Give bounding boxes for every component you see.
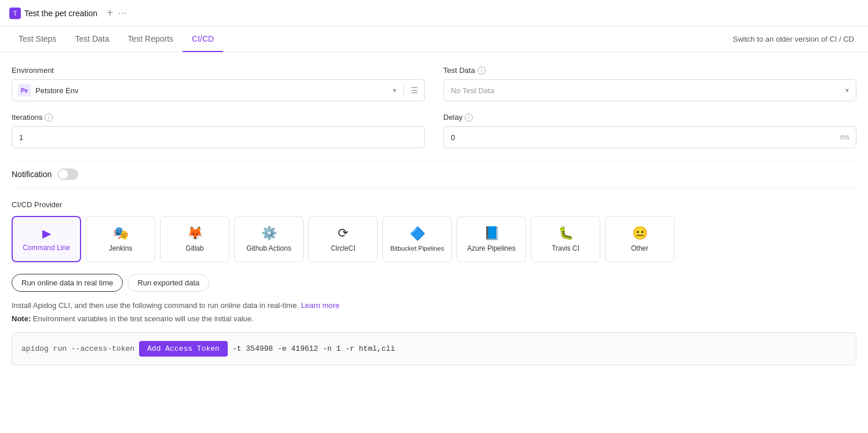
provider-jenkins-label: Jenkins bbox=[109, 244, 133, 252]
page-icon: T bbox=[9, 8, 21, 19]
run-online-button[interactable]: Run online data in real time bbox=[12, 274, 123, 292]
environment-field: Environment Pe Petstore Env ▾ ☰ bbox=[12, 66, 425, 101]
run-buttons: Run online data in real time Run exporte… bbox=[12, 274, 856, 292]
bitbucket-icon: 🔷 bbox=[410, 226, 425, 241]
delay-field: Delay i ms bbox=[443, 113, 856, 148]
add-access-token-button[interactable]: Add Access Token bbox=[139, 341, 228, 357]
test-data-value: No Test Data bbox=[451, 86, 494, 95]
provider-other[interactable]: 😐 Other bbox=[605, 216, 674, 262]
provider-azure[interactable]: 📘 Azure Pipelines bbox=[457, 216, 526, 262]
test-data-chevron-icon: ▾ bbox=[845, 86, 849, 94]
tab-test-steps[interactable]: Test Steps bbox=[9, 27, 65, 52]
page-title-container: T Test the pet creation bbox=[9, 8, 97, 19]
note-text: Note: Environment variables in the test … bbox=[12, 314, 856, 323]
add-tab-button[interactable]: + bbox=[107, 6, 114, 20]
iterations-delay-row: Iterations i Delay i ms bbox=[12, 113, 856, 148]
delay-label: Delay i bbox=[443, 113, 856, 122]
provider-other-label: Other bbox=[631, 244, 648, 252]
top-bar: T Test the pet creation + ··· bbox=[0, 0, 868, 27]
main-content: Environment Pe Petstore Env ▾ ☰ Test Dat… bbox=[0, 52, 868, 379]
delay-info-icon: i bbox=[465, 113, 473, 122]
run-exported-button[interactable]: Run exported data bbox=[127, 274, 209, 292]
provider-travis[interactable]: 🐛 Travis CI bbox=[531, 216, 600, 262]
test-data-field: Test Data i No Test Data ▾ bbox=[443, 66, 856, 101]
travis-icon: 🐛 bbox=[558, 226, 574, 241]
provider-azure-label: Azure Pipelines bbox=[467, 244, 515, 252]
provider-travis-label: Travis CI bbox=[552, 244, 579, 252]
env-badge: Pe bbox=[18, 84, 31, 97]
tabs-list: Test Steps Test Data Test Reports CI/CD bbox=[9, 27, 223, 52]
switch-version-button[interactable]: Switch to an older version of CI / CD bbox=[728, 32, 859, 46]
provider-command-line-label: Command Line bbox=[23, 244, 70, 252]
provider-command-line[interactable]: ▶ Command Line bbox=[12, 216, 81, 262]
cicd-provider-label: CI/CD Provider bbox=[12, 200, 856, 209]
learn-more-link[interactable]: Learn more bbox=[301, 301, 339, 310]
divider bbox=[403, 85, 404, 96]
env-name: Petstore Env bbox=[35, 86, 388, 95]
delay-input[interactable] bbox=[443, 126, 856, 148]
github-actions-icon: ⚙️ bbox=[261, 226, 277, 241]
tabs-bar: Test Steps Test Data Test Reports CI/CD … bbox=[0, 27, 868, 52]
notification-label: Notification bbox=[12, 170, 52, 179]
command-prefix: apidog run --access-token bbox=[21, 344, 134, 353]
env-menu-icon[interactable]: ☰ bbox=[411, 86, 418, 95]
provider-bitbucket-label: Bitbucket Pipelines bbox=[391, 245, 444, 252]
tab-test-reports[interactable]: Test Reports bbox=[119, 27, 183, 52]
command-box: apidog run --access-token Add Access Tok… bbox=[12, 332, 856, 365]
provider-gitlab-label: Gitlab bbox=[185, 244, 203, 252]
azure-icon: 📘 bbox=[484, 226, 499, 241]
notification-toggle[interactable] bbox=[57, 168, 78, 180]
more-options-button[interactable]: ··· bbox=[118, 7, 127, 19]
iterations-info-icon: i bbox=[45, 113, 53, 122]
iterations-field: Iterations i bbox=[12, 113, 425, 148]
info-text: Install Apidog CLI, and then use the fol… bbox=[12, 301, 856, 310]
delay-unit: ms bbox=[840, 133, 849, 141]
iterations-label: Iterations i bbox=[12, 113, 425, 122]
page-title: Test the pet creation bbox=[24, 9, 97, 18]
environment-label: Environment bbox=[12, 66, 425, 75]
command-line-icon: ▶ bbox=[42, 226, 51, 240]
provider-circleci[interactable]: ⟳ CircleCI bbox=[308, 216, 378, 262]
test-data-select[interactable]: No Test Data ▾ bbox=[443, 79, 856, 101]
provider-gitlab[interactable]: 🦊 Gitlab bbox=[160, 216, 229, 262]
delay-wrap: ms bbox=[443, 126, 856, 148]
env-testdata-row: Environment Pe Petstore Env ▾ ☰ Test Dat… bbox=[12, 66, 856, 101]
command-suffix: -t 354998 -e 419612 -n 1 -r html,cli bbox=[232, 344, 395, 353]
test-data-label: Test Data i bbox=[443, 66, 856, 75]
provider-circleci-label: CircleCI bbox=[331, 244, 356, 252]
provider-github-actions-label: Github Actions bbox=[246, 244, 291, 252]
env-chevron-icon: ▾ bbox=[393, 86, 396, 94]
provider-jenkins[interactable]: 🎭 Jenkins bbox=[86, 216, 155, 262]
provider-bitbucket[interactable]: 🔷 Bitbucket Pipelines bbox=[382, 216, 452, 262]
provider-grid: ▶ Command Line 🎭 Jenkins 🦊 Gitlab ⚙️ Git… bbox=[12, 216, 856, 262]
other-icon: 😐 bbox=[632, 226, 648, 241]
iterations-input[interactable] bbox=[12, 126, 425, 148]
test-data-info-icon: i bbox=[477, 67, 486, 75]
tab-ci-cd[interactable]: CI/CD bbox=[183, 27, 223, 52]
jenkins-icon: 🎭 bbox=[113, 226, 129, 241]
notification-row: Notification bbox=[12, 160, 856, 189]
circleci-icon: ⟳ bbox=[338, 226, 348, 241]
provider-github-actions[interactable]: ⚙️ Github Actions bbox=[234, 216, 304, 262]
tab-test-data[interactable]: Test Data bbox=[65, 27, 118, 52]
environment-select[interactable]: Pe Petstore Env ▾ ☰ bbox=[12, 79, 425, 101]
gitlab-icon: 🦊 bbox=[187, 226, 203, 241]
